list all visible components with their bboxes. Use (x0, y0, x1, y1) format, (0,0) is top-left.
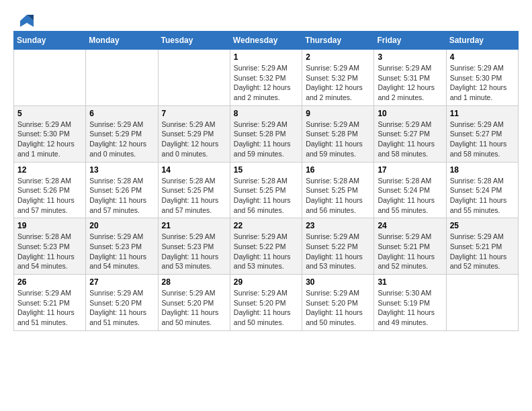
calendar-cell: 24Sunrise: 5:29 AM Sunset: 5:21 PM Dayli… (374, 218, 446, 275)
weekday-header-monday: Monday (86, 32, 158, 50)
calendar-cell: 26Sunrise: 5:29 AM Sunset: 5:21 PM Dayli… (14, 275, 86, 331)
day-number: 12 (17, 165, 82, 175)
day-info: Sunrise: 5:29 AM Sunset: 5:27 PM Dayligh… (450, 120, 515, 159)
day-number: 26 (17, 277, 82, 287)
day-info: Sunrise: 5:28 AM Sunset: 5:24 PM Dayligh… (378, 176, 442, 216)
day-number: 4 (450, 52, 515, 62)
day-info: Sunrise: 5:28 AM Sunset: 5:24 PM Dayligh… (450, 176, 515, 216)
day-number: 8 (234, 109, 298, 118)
day-info: Sunrise: 5:29 AM Sunset: 5:23 PM Dayligh… (162, 232, 226, 271)
calendar-cell: 12Sunrise: 5:28 AM Sunset: 5:26 PM Dayli… (14, 162, 86, 218)
day-info: Sunrise: 5:29 AM Sunset: 5:21 PM Dayligh… (450, 232, 515, 271)
day-info: Sunrise: 5:29 AM Sunset: 5:29 PM Dayligh… (162, 120, 226, 159)
calendar-cell: 30Sunrise: 5:29 AM Sunset: 5:20 PM Dayli… (302, 275, 374, 331)
calendar-cell: 10Sunrise: 5:29 AM Sunset: 5:27 PM Dayli… (374, 105, 446, 162)
day-number: 16 (306, 165, 370, 175)
day-number: 13 (89, 165, 154, 175)
calendar-week-4: 19Sunrise: 5:28 AM Sunset: 5:23 PM Dayli… (14, 218, 519, 275)
day-number: 1 (234, 52, 298, 62)
calendar-cell: 14Sunrise: 5:28 AM Sunset: 5:25 PM Dayli… (158, 162, 230, 218)
day-info: Sunrise: 5:29 AM Sunset: 5:20 PM Dayligh… (234, 288, 298, 328)
calendar-cell: 2Sunrise: 5:29 AM Sunset: 5:32 PM Daylig… (302, 50, 374, 106)
day-number: 11 (450, 109, 515, 118)
day-number: 19 (17, 221, 82, 230)
day-info: Sunrise: 5:28 AM Sunset: 5:25 PM Dayligh… (234, 176, 298, 216)
calendar-cell (158, 50, 230, 106)
day-number: 24 (378, 221, 442, 230)
day-info: Sunrise: 5:28 AM Sunset: 5:26 PM Dayligh… (89, 176, 154, 216)
day-number: 25 (450, 221, 515, 230)
calendar-cell: 15Sunrise: 5:28 AM Sunset: 5:25 PM Dayli… (230, 162, 302, 218)
day-number: 3 (378, 52, 442, 62)
day-info: Sunrise: 5:29 AM Sunset: 5:27 PM Dayligh… (378, 120, 442, 159)
day-number: 28 (162, 277, 226, 287)
day-number: 23 (306, 221, 370, 230)
day-info: Sunrise: 5:29 AM Sunset: 5:21 PM Dayligh… (17, 288, 82, 328)
logo-icon (15, 13, 36, 28)
day-info: Sunrise: 5:29 AM Sunset: 5:20 PM Dayligh… (89, 288, 154, 328)
day-number: 7 (162, 109, 226, 118)
calendar-week-1: 1Sunrise: 5:29 AM Sunset: 5:32 PM Daylig… (14, 50, 519, 106)
weekday-header-row: SundayMondayTuesdayWednesdayThursdayFrid… (14, 32, 519, 50)
day-info: Sunrise: 5:29 AM Sunset: 5:23 PM Dayligh… (89, 232, 154, 271)
calendar-cell: 11Sunrise: 5:29 AM Sunset: 5:27 PM Dayli… (446, 105, 518, 162)
logo (13, 13, 36, 26)
calendar-table: SundayMondayTuesdayWednesdayThursdayFrid… (13, 31, 519, 331)
calendar-cell: 19Sunrise: 5:28 AM Sunset: 5:23 PM Dayli… (14, 218, 86, 275)
day-number: 30 (306, 277, 370, 287)
day-info: Sunrise: 5:29 AM Sunset: 5:30 PM Dayligh… (17, 120, 82, 159)
calendar-cell: 8Sunrise: 5:29 AM Sunset: 5:28 PM Daylig… (230, 105, 302, 162)
calendar-cell: 9Sunrise: 5:29 AM Sunset: 5:28 PM Daylig… (302, 105, 374, 162)
calendar-cell: 22Sunrise: 5:29 AM Sunset: 5:22 PM Dayli… (230, 218, 302, 275)
day-info: Sunrise: 5:28 AM Sunset: 5:25 PM Dayligh… (306, 176, 370, 216)
day-info: Sunrise: 5:30 AM Sunset: 5:19 PM Dayligh… (378, 288, 442, 328)
day-number: 17 (378, 165, 442, 175)
weekday-header-tuesday: Tuesday (158, 32, 230, 50)
calendar-cell: 1Sunrise: 5:29 AM Sunset: 5:32 PM Daylig… (230, 50, 302, 106)
weekday-header-thursday: Thursday (302, 32, 374, 50)
calendar-cell (14, 50, 86, 106)
calendar-cell: 25Sunrise: 5:29 AM Sunset: 5:21 PM Dayli… (446, 218, 518, 275)
weekday-header-saturday: Saturday (446, 32, 518, 50)
day-number: 31 (378, 277, 442, 287)
day-info: Sunrise: 5:29 AM Sunset: 5:20 PM Dayligh… (306, 288, 370, 328)
day-info: Sunrise: 5:29 AM Sunset: 5:28 PM Dayligh… (306, 120, 370, 159)
calendar-cell: 7Sunrise: 5:29 AM Sunset: 5:29 PM Daylig… (158, 105, 230, 162)
calendar-cell (86, 50, 158, 106)
calendar-cell: 23Sunrise: 5:29 AM Sunset: 5:22 PM Dayli… (302, 218, 374, 275)
day-info: Sunrise: 5:28 AM Sunset: 5:23 PM Dayligh… (17, 232, 82, 271)
day-number: 2 (306, 52, 370, 62)
calendar-cell: 29Sunrise: 5:29 AM Sunset: 5:20 PM Dayli… (230, 275, 302, 331)
day-info: Sunrise: 5:29 AM Sunset: 5:20 PM Dayligh… (162, 288, 226, 328)
calendar-week-2: 5Sunrise: 5:29 AM Sunset: 5:30 PM Daylig… (14, 105, 519, 162)
day-info: Sunrise: 5:28 AM Sunset: 5:26 PM Dayligh… (17, 176, 82, 216)
day-info: Sunrise: 5:29 AM Sunset: 5:29 PM Dayligh… (89, 120, 154, 159)
day-number: 15 (234, 165, 298, 175)
day-info: Sunrise: 5:29 AM Sunset: 5:32 PM Dayligh… (234, 63, 298, 103)
calendar-cell: 6Sunrise: 5:29 AM Sunset: 5:29 PM Daylig… (86, 105, 158, 162)
day-info: Sunrise: 5:29 AM Sunset: 5:28 PM Dayligh… (234, 120, 298, 159)
calendar-cell: 4Sunrise: 5:29 AM Sunset: 5:30 PM Daylig… (446, 50, 518, 106)
weekday-header-friday: Friday (374, 32, 446, 50)
calendar-cell: 17Sunrise: 5:28 AM Sunset: 5:24 PM Dayli… (374, 162, 446, 218)
calendar-week-3: 12Sunrise: 5:28 AM Sunset: 5:26 PM Dayli… (14, 162, 519, 218)
page-header (13, 13, 519, 26)
day-number: 27 (89, 277, 154, 287)
weekday-header-wednesday: Wednesday (230, 32, 302, 50)
day-number: 6 (89, 109, 154, 118)
day-info: Sunrise: 5:29 AM Sunset: 5:22 PM Dayligh… (306, 232, 370, 271)
day-info: Sunrise: 5:29 AM Sunset: 5:31 PM Dayligh… (378, 63, 442, 103)
day-number: 29 (234, 277, 298, 287)
day-number: 10 (378, 109, 442, 118)
calendar-cell: 27Sunrise: 5:29 AM Sunset: 5:20 PM Dayli… (86, 275, 158, 331)
day-number: 9 (306, 109, 370, 118)
day-number: 21 (162, 221, 226, 230)
calendar-week-5: 26Sunrise: 5:29 AM Sunset: 5:21 PM Dayli… (14, 275, 519, 331)
calendar-cell: 21Sunrise: 5:29 AM Sunset: 5:23 PM Dayli… (158, 218, 230, 275)
day-number: 22 (234, 221, 298, 230)
day-number: 5 (17, 109, 82, 118)
weekday-header-sunday: Sunday (14, 32, 86, 50)
day-info: Sunrise: 5:29 AM Sunset: 5:21 PM Dayligh… (378, 232, 442, 271)
calendar-cell: 20Sunrise: 5:29 AM Sunset: 5:23 PM Dayli… (86, 218, 158, 275)
day-info: Sunrise: 5:29 AM Sunset: 5:32 PM Dayligh… (306, 63, 370, 103)
